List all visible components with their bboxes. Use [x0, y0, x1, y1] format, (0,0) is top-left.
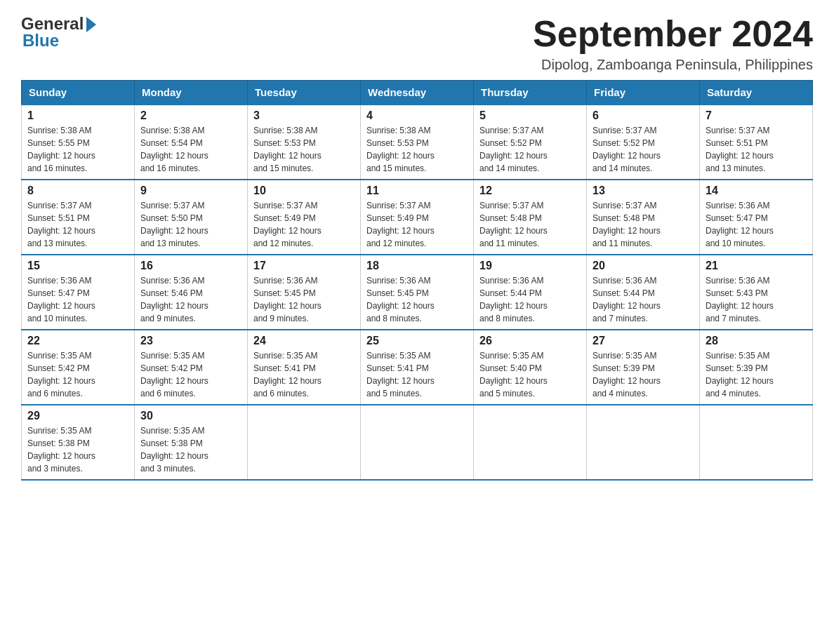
- calendar-cell: [474, 405, 587, 480]
- day-info: Sunrise: 5:35 AMSunset: 5:39 PMDaylight:…: [593, 351, 661, 398]
- calendar-cell: 21 Sunrise: 5:36 AMSunset: 5:43 PMDaylig…: [700, 255, 813, 330]
- day-number: 7: [706, 109, 807, 122]
- calendar-cell: 14 Sunrise: 5:36 AMSunset: 5:47 PMDaylig…: [700, 180, 813, 255]
- day-info: Sunrise: 5:36 AMSunset: 5:47 PMDaylight:…: [27, 276, 95, 323]
- day-info: Sunrise: 5:38 AMSunset: 5:55 PMDaylight:…: [27, 126, 95, 173]
- week-row-1: 1 Sunrise: 5:38 AMSunset: 5:55 PMDayligh…: [22, 105, 813, 180]
- day-info: Sunrise: 5:35 AMSunset: 5:41 PMDaylight:…: [366, 351, 435, 398]
- day-info: Sunrise: 5:35 AMSunset: 5:39 PMDaylight:…: [706, 351, 774, 398]
- calendar-cell: 28 Sunrise: 5:35 AMSunset: 5:39 PMDaylig…: [700, 330, 813, 405]
- header-row: SundayMondayTuesdayWednesdayThursdayFrid…: [22, 81, 813, 105]
- logo: General Blue: [21, 14, 96, 51]
- calendar-cell: 4 Sunrise: 5:38 AMSunset: 5:53 PMDayligh…: [361, 105, 474, 180]
- calendar-cell: 10 Sunrise: 5:37 AMSunset: 5:49 PMDaylig…: [248, 180, 361, 255]
- calendar-cell: 27 Sunrise: 5:35 AMSunset: 5:39 PMDaylig…: [587, 330, 700, 405]
- day-info: Sunrise: 5:37 AMSunset: 5:52 PMDaylight:…: [479, 126, 548, 173]
- day-info: Sunrise: 5:35 AMSunset: 5:38 PMDaylight:…: [140, 426, 208, 474]
- week-row-2: 8 Sunrise: 5:37 AMSunset: 5:51 PMDayligh…: [22, 180, 813, 255]
- calendar-body: 1 Sunrise: 5:38 AMSunset: 5:55 PMDayligh…: [22, 105, 813, 480]
- day-info: Sunrise: 5:36 AMSunset: 5:43 PMDaylight:…: [706, 276, 774, 323]
- day-info: Sunrise: 5:35 AMSunset: 5:42 PMDaylight:…: [27, 351, 95, 398]
- day-number: 24: [253, 335, 355, 347]
- day-number: 12: [479, 185, 581, 197]
- day-info: Sunrise: 5:37 AMSunset: 5:49 PMDaylight:…: [253, 201, 322, 248]
- week-row-4: 22 Sunrise: 5:35 AMSunset: 5:42 PMDaylig…: [22, 330, 813, 405]
- day-number: 6: [593, 109, 694, 122]
- day-number: 18: [366, 260, 468, 272]
- calendar-cell: 5 Sunrise: 5:37 AMSunset: 5:52 PMDayligh…: [474, 105, 587, 180]
- calendar-cell: 3 Sunrise: 5:38 AMSunset: 5:53 PMDayligh…: [248, 105, 361, 180]
- calendar-cell: 26 Sunrise: 5:35 AMSunset: 5:40 PMDaylig…: [474, 330, 587, 405]
- calendar-cell: 15 Sunrise: 5:36 AMSunset: 5:47 PMDaylig…: [22, 255, 135, 330]
- calendar-cell: [700, 405, 813, 480]
- day-info: Sunrise: 5:37 AMSunset: 5:48 PMDaylight:…: [593, 201, 661, 248]
- day-number: 23: [140, 335, 241, 347]
- header-day-monday: Monday: [135, 81, 248, 105]
- calendar-cell: 24 Sunrise: 5:35 AMSunset: 5:41 PMDaylig…: [248, 330, 361, 405]
- header-day-friday: Friday: [587, 81, 700, 105]
- logo-blue-text: Blue: [22, 31, 59, 51]
- day-info: Sunrise: 5:37 AMSunset: 5:50 PMDaylight:…: [140, 201, 208, 248]
- day-number: 16: [140, 260, 241, 272]
- calendar-cell: 30 Sunrise: 5:35 AMSunset: 5:38 PMDaylig…: [135, 405, 248, 480]
- day-number: 15: [27, 260, 128, 272]
- calendar-table: SundayMondayTuesdayWednesdayThursdayFrid…: [21, 80, 813, 481]
- page-header: General Blue September 2024 Dipolog, Zam…: [21, 14, 813, 73]
- day-number: 17: [253, 260, 355, 272]
- day-number: 27: [593, 335, 694, 347]
- day-number: 8: [27, 185, 128, 197]
- calendar-cell: 22 Sunrise: 5:35 AMSunset: 5:42 PMDaylig…: [22, 330, 135, 405]
- calendar-cell: 23 Sunrise: 5:35 AMSunset: 5:42 PMDaylig…: [135, 330, 248, 405]
- day-info: Sunrise: 5:37 AMSunset: 5:51 PMDaylight:…: [706, 126, 774, 173]
- day-info: Sunrise: 5:36 AMSunset: 5:45 PMDaylight:…: [366, 276, 435, 323]
- day-info: Sunrise: 5:37 AMSunset: 5:52 PMDaylight:…: [593, 126, 661, 173]
- day-number: 5: [479, 109, 581, 122]
- calendar-cell: 7 Sunrise: 5:37 AMSunset: 5:51 PMDayligh…: [700, 105, 813, 180]
- calendar-cell: 17 Sunrise: 5:36 AMSunset: 5:45 PMDaylig…: [248, 255, 361, 330]
- day-number: 2: [140, 109, 241, 122]
- title-block: September 2024 Dipolog, Zamboanga Penins…: [533, 14, 813, 73]
- calendar-cell: 11 Sunrise: 5:37 AMSunset: 5:49 PMDaylig…: [361, 180, 474, 255]
- day-number: 26: [479, 335, 581, 347]
- day-number: 3: [253, 109, 355, 122]
- calendar-cell: 18 Sunrise: 5:36 AMSunset: 5:45 PMDaylig…: [361, 255, 474, 330]
- day-number: 9: [140, 185, 241, 197]
- header-day-saturday: Saturday: [700, 81, 813, 105]
- day-info: Sunrise: 5:38 AMSunset: 5:54 PMDaylight:…: [140, 126, 208, 173]
- calendar-cell: 9 Sunrise: 5:37 AMSunset: 5:50 PMDayligh…: [135, 180, 248, 255]
- header-day-thursday: Thursday: [474, 81, 587, 105]
- week-row-5: 29 Sunrise: 5:35 AMSunset: 5:38 PMDaylig…: [22, 405, 813, 480]
- calendar-cell: 12 Sunrise: 5:37 AMSunset: 5:48 PMDaylig…: [474, 180, 587, 255]
- day-number: 22: [27, 335, 128, 347]
- day-number: 4: [366, 109, 468, 122]
- day-number: 29: [27, 410, 128, 422]
- day-info: Sunrise: 5:37 AMSunset: 5:48 PMDaylight:…: [479, 201, 548, 248]
- day-info: Sunrise: 5:36 AMSunset: 5:47 PMDaylight:…: [706, 201, 774, 248]
- calendar-cell: [361, 405, 474, 480]
- calendar-cell: [248, 405, 361, 480]
- calendar-cell: 29 Sunrise: 5:35 AMSunset: 5:38 PMDaylig…: [22, 405, 135, 480]
- day-info: Sunrise: 5:35 AMSunset: 5:40 PMDaylight:…: [479, 351, 548, 398]
- calendar-cell: 13 Sunrise: 5:37 AMSunset: 5:48 PMDaylig…: [587, 180, 700, 255]
- calendar-cell: 16 Sunrise: 5:36 AMSunset: 5:46 PMDaylig…: [135, 255, 248, 330]
- day-info: Sunrise: 5:36 AMSunset: 5:44 PMDaylight:…: [593, 276, 661, 323]
- day-info: Sunrise: 5:37 AMSunset: 5:51 PMDaylight:…: [27, 201, 95, 248]
- day-info: Sunrise: 5:36 AMSunset: 5:45 PMDaylight:…: [253, 276, 322, 323]
- calendar-cell: 6 Sunrise: 5:37 AMSunset: 5:52 PMDayligh…: [587, 105, 700, 180]
- day-info: Sunrise: 5:35 AMSunset: 5:41 PMDaylight:…: [253, 351, 322, 398]
- day-info: Sunrise: 5:37 AMSunset: 5:49 PMDaylight:…: [366, 201, 435, 248]
- day-info: Sunrise: 5:38 AMSunset: 5:53 PMDaylight:…: [366, 126, 435, 173]
- day-number: 19: [479, 260, 581, 272]
- day-info: Sunrise: 5:35 AMSunset: 5:38 PMDaylight:…: [27, 426, 95, 474]
- day-number: 13: [593, 185, 694, 197]
- day-number: 10: [253, 185, 355, 197]
- day-number: 28: [706, 335, 807, 347]
- calendar-cell: 2 Sunrise: 5:38 AMSunset: 5:54 PMDayligh…: [135, 105, 248, 180]
- day-info: Sunrise: 5:35 AMSunset: 5:42 PMDaylight:…: [140, 351, 208, 398]
- page-title: September 2024: [533, 14, 813, 54]
- header-day-tuesday: Tuesday: [248, 81, 361, 105]
- week-row-3: 15 Sunrise: 5:36 AMSunset: 5:47 PMDaylig…: [22, 255, 813, 330]
- calendar-cell: 8 Sunrise: 5:37 AMSunset: 5:51 PMDayligh…: [22, 180, 135, 255]
- day-number: 11: [366, 185, 468, 197]
- header-day-sunday: Sunday: [22, 81, 135, 105]
